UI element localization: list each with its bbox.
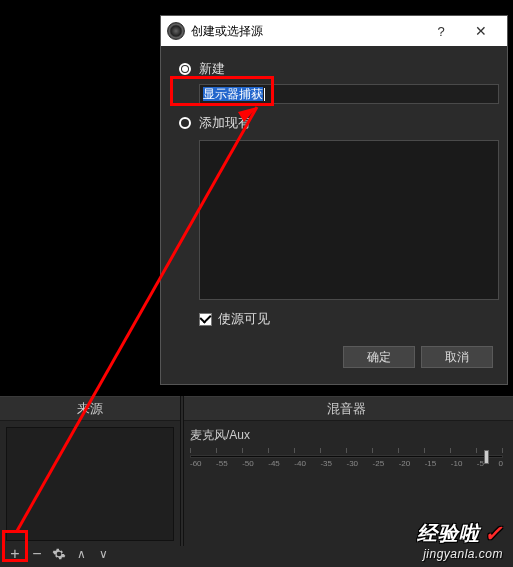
- sources-panel: 来源 + − ∧ ∨: [0, 397, 180, 567]
- add-source-button[interactable]: +: [6, 545, 24, 563]
- close-button[interactable]: ✕: [461, 23, 501, 39]
- make-visible-checkbox[interactable]: [199, 313, 212, 326]
- mixer-track-label: 麦克风/Aux: [190, 427, 503, 444]
- existing-sources-list[interactable]: [199, 140, 499, 300]
- mixer-panel-header: 混音器: [180, 397, 513, 421]
- create-select-source-dialog: 创建或选择源 ? ✕ 新建 显示器捕获 添加现有 使源可见 确定 取消: [160, 15, 508, 385]
- radio-existing-label: 添加现有: [199, 114, 251, 132]
- radio-new[interactable]: [179, 63, 191, 75]
- move-source-down-button[interactable]: ∨: [94, 545, 112, 563]
- make-visible-row[interactable]: 使源可见: [199, 310, 489, 328]
- cancel-button[interactable]: 取消: [421, 346, 493, 368]
- source-name-value: 显示器捕获: [203, 87, 263, 101]
- help-button[interactable]: ?: [421, 24, 461, 39]
- volume-slider-handle[interactable]: [481, 450, 491, 462]
- mixer-body: 麦克风/Aux -60 -55 -50 -45 -40 -35 -30 -25 …: [180, 421, 513, 470]
- check-icon: ✓: [484, 521, 503, 547]
- make-visible-label: 使源可见: [218, 310, 270, 328]
- dialog-titlebar: 创建或选择源 ? ✕: [161, 16, 507, 46]
- watermark: 经验啦 ✓ jingyanla.com: [417, 520, 503, 561]
- remove-source-button[interactable]: −: [28, 545, 46, 563]
- watermark-text: 经验啦: [417, 520, 480, 547]
- panel-divider[interactable]: [180, 396, 184, 546]
- move-source-up-button[interactable]: ∧: [72, 545, 90, 563]
- obs-icon: [167, 22, 185, 40]
- dialog-title: 创建或选择源: [191, 23, 421, 40]
- sources-list[interactable]: [6, 427, 174, 541]
- radio-existing-row[interactable]: 添加现有: [179, 114, 489, 132]
- watermark-url: jingyanla.com: [417, 547, 503, 561]
- radio-existing[interactable]: [179, 117, 191, 129]
- radio-new-label: 新建: [199, 60, 225, 78]
- mixer-volume-slider[interactable]: -60 -55 -50 -45 -40 -35 -30 -25 -20 -15 …: [190, 448, 503, 464]
- source-settings-button[interactable]: [50, 545, 68, 563]
- sources-panel-header: 来源: [0, 397, 180, 421]
- sources-toolbar: + − ∧ ∨: [0, 541, 180, 567]
- meter-scale: -60 -55 -50 -45 -40 -35 -30 -25 -20 -15 …: [190, 459, 503, 468]
- ok-button[interactable]: 确定: [343, 346, 415, 368]
- source-name-input[interactable]: 显示器捕获: [199, 84, 499, 104]
- radio-new-row[interactable]: 新建: [179, 60, 489, 78]
